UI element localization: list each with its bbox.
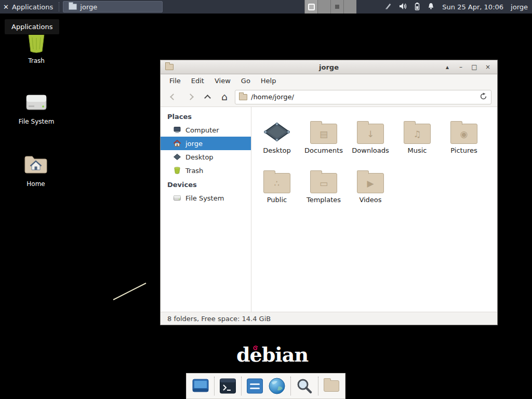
sidebar-item-computer[interactable]: Computer: [161, 123, 251, 137]
folder-icon: ↓: [357, 124, 384, 144]
path-bar: [235, 90, 491, 104]
maximize-button[interactable]: □: [470, 62, 479, 72]
panel-separator-handle[interactable]: [59, 2, 62, 11]
menu-view[interactable]: View: [210, 75, 235, 86]
file-item-videos[interactable]: ▶ Videos: [347, 165, 394, 214]
computer-icon: [173, 126, 181, 134]
dock-web-browser-button[interactable]: [268, 377, 286, 395]
volume-icon[interactable]: [399, 2, 407, 12]
folder-icon: ♫: [404, 124, 431, 144]
home-folder-icon: [11, 152, 61, 178]
toolbar: ⌂: [161, 87, 497, 107]
debian-swirl-icon: [251, 344, 260, 353]
file-view: Desktop ▤ Documents ↓ Downloads ♫ Music: [251, 107, 497, 312]
globe-icon: [268, 377, 286, 395]
menu-file[interactable]: File: [165, 75, 185, 86]
window-controls: ▴ – □ ×: [443, 62, 493, 72]
battery-icon[interactable]: [414, 2, 420, 12]
forward-icon: [187, 94, 194, 100]
dock-separator[interactable]: [290, 377, 291, 395]
file-item-desktop[interactable]: Desktop: [254, 115, 300, 165]
music-emblem-icon: ♫: [404, 124, 430, 143]
menu-help[interactable]: Help: [256, 75, 281, 86]
notifications-bell-icon[interactable]: [427, 2, 435, 11]
sidebar-item-jorge[interactable]: jorge: [161, 137, 251, 150]
dock-application-finder-button[interactable]: [296, 377, 313, 395]
sidebar-item-label: jorge: [185, 140, 203, 148]
file-grid: Desktop ▤ Documents ↓ Downloads ♫ Music: [251, 107, 497, 214]
applications-menu-button[interactable]: ✕ Applications: [0, 0, 58, 14]
file-item-documents[interactable]: ▤ Documents: [300, 115, 347, 165]
video-emblem-icon: ▶: [357, 174, 383, 193]
pencil-icon[interactable]: [384, 2, 392, 11]
titlebar[interactable]: jorge ▴ – □ ×: [161, 60, 497, 74]
reload-button[interactable]: [480, 92, 487, 102]
home-button[interactable]: ⌂: [218, 90, 231, 104]
dock-terminal-button[interactable]: [219, 377, 236, 395]
applications-tooltip: Applications: [4, 19, 60, 35]
top-panel: ✕ Applications jorge: [0, 0, 532, 14]
path-input[interactable]: [251, 93, 476, 101]
sidebar-item-label: Desktop: [185, 153, 214, 161]
back-button[interactable]: [166, 90, 180, 104]
sidebar-item-desktop[interactable]: Desktop: [161, 150, 251, 164]
sidebar-places-header: Places: [161, 109, 251, 123]
pager-tray-button-3[interactable]: [343, 0, 356, 14]
folder-icon: ∴: [263, 173, 290, 193]
dock-separator[interactable]: [318, 377, 318, 395]
file-item-templates[interactable]: ▭ Templates: [300, 165, 347, 214]
sidebar-item-label: Trash: [185, 167, 203, 175]
pager-tray-button-2[interactable]: [330, 0, 343, 14]
drive-icon: [11, 89, 61, 115]
drive-icon: [173, 194, 181, 202]
pager-tray-button-1[interactable]: [317, 0, 330, 14]
folder-icon: [324, 380, 339, 392]
terminal-icon: [219, 378, 236, 394]
dock-text-console-button[interactable]: [246, 377, 263, 395]
magnifier-icon: [296, 377, 313, 395]
menu-edit[interactable]: Edit: [187, 75, 209, 86]
taskbar-window-label: jorge: [80, 3, 97, 11]
folder-icon: ▭: [310, 173, 337, 193]
sidebar-item-trash[interactable]: Trash: [161, 164, 251, 177]
dock-separator[interactable]: [214, 377, 215, 395]
status-text: 8 folders, Free space: 14.4 GiB: [167, 315, 271, 323]
file-item-downloads[interactable]: ↓ Downloads: [347, 115, 394, 165]
close-button[interactable]: ×: [483, 62, 493, 72]
file-item-label: Music: [394, 147, 441, 154]
file-item-label: Videos: [347, 196, 394, 204]
dock-file-manager-button[interactable]: [323, 377, 340, 395]
sidebar: Places Computer jorge: [161, 107, 251, 312]
up-icon: [204, 95, 211, 101]
desktop-icon-filesystem[interactable]: File System: [11, 89, 61, 125]
sidebar-item-label: Computer: [185, 126, 219, 134]
display-tray-icon[interactable]: [304, 0, 317, 14]
taskbar-window-button[interactable]: jorge: [63, 1, 163, 12]
up-button[interactable]: [201, 90, 214, 104]
dock: [186, 373, 345, 399]
file-item-public[interactable]: ∴ Public: [254, 165, 300, 214]
sidebar-item-label: File System: [185, 194, 224, 202]
shade-button[interactable]: ▴: [443, 62, 452, 72]
statusbar: 8 folders, Free space: 14.4 GiB: [161, 312, 497, 325]
clock[interactable]: Sun 25 Apr, 10:06: [442, 0, 503, 14]
path-folder-icon: [239, 94, 247, 100]
file-item-pictures[interactable]: ◉ Pictures: [441, 115, 487, 165]
file-item-label: Documents: [300, 147, 347, 154]
file-item-label: Downloads: [347, 147, 394, 154]
minimize-button[interactable]: –: [456, 62, 466, 72]
user-menu[interactable]: jorge: [511, 0, 528, 14]
sidebar-devices-header: Devices: [161, 177, 251, 191]
dock-display-settings-button[interactable]: [192, 377, 209, 395]
dock-separator[interactable]: [241, 377, 242, 395]
desktop-icon-label: Trash: [11, 57, 61, 64]
forward-button[interactable]: [183, 90, 197, 104]
menu-go[interactable]: Go: [236, 75, 255, 86]
desktop-surface-icon: [254, 115, 300, 145]
desktop-icon-home[interactable]: Home: [11, 152, 61, 188]
camera-emblem-icon: ◉: [451, 124, 477, 143]
sidebar-item-filesystem[interactable]: File System: [161, 191, 251, 205]
display-settings-icon: [192, 378, 209, 394]
file-item-music[interactable]: ♫ Music: [394, 115, 441, 165]
back-icon: [170, 94, 177, 100]
